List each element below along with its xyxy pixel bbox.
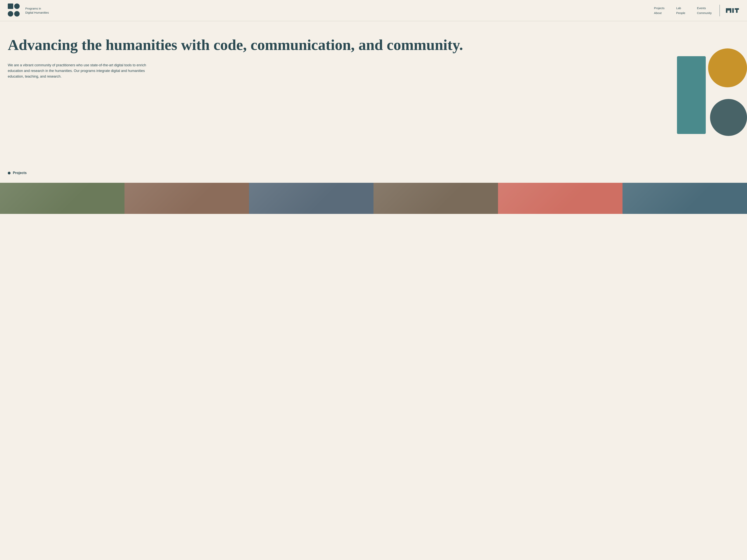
svg-rect-0 [726,8,727,12]
dark-circle-shape [710,99,747,136]
main-nav: Projects About Lab People Events Communi… [654,5,739,16]
thumbnail-6[interactable] [622,183,747,214]
thumbnail-2[interactable] [125,183,249,214]
svg-rect-2 [729,8,730,10]
hero-description: We are a vibrant community of practition… [8,62,156,79]
mit-logo-svg [726,6,739,16]
hero-content: Advancing the humanities with code, comm… [8,37,505,79]
logo-text: Programs in Digital Humanities [25,6,49,15]
nav-people[interactable]: People [676,11,685,15]
logo-shape-2 [14,3,20,9]
nav-col-1: Projects About [654,6,665,15]
svg-rect-4 [732,8,734,12]
gold-circle-shape [708,48,747,87]
hero-headline: Advancing the humanities with code, comm… [8,37,505,53]
svg-rect-1 [727,8,728,10]
nav-col-3: Events Community [697,6,712,15]
teal-rectangle-shape [677,56,706,134]
nav-projects[interactable]: Projects [654,6,665,10]
nav-events[interactable]: Events [697,6,712,10]
svg-rect-5 [735,8,739,10]
decorative-shapes [673,33,747,165]
thumbnail-1[interactable] [0,183,125,214]
projects-label-text: Projects [13,171,27,175]
nav-lab[interactable]: Lab [676,6,685,10]
logo-link[interactable]: Programs in Digital Humanities [8,3,49,18]
logo-shape-1 [8,3,13,9]
thumbnail-3[interactable] [249,183,374,214]
nav-about[interactable]: About [654,11,665,15]
svg-rect-3 [730,8,731,12]
thumbnail-4[interactable] [374,183,498,214]
nav-community[interactable]: Community [697,11,712,15]
thumbnail-5[interactable] [498,183,622,214]
logo-icon [8,3,22,18]
logo-shape-3 [8,11,13,17]
nav-col-2: Lab People [676,6,685,15]
projects-label: Projects [8,171,739,175]
hero-section: Advancing the humanities with code, comm… [0,21,747,165]
mit-logo [726,6,739,16]
nav-divider [720,5,720,16]
svg-rect-6 [736,10,738,13]
projects-section: Projects [0,165,747,183]
nav-columns: Projects About Lab People Events Communi… [654,6,712,15]
logo-shape-4 [14,11,20,17]
site-header: Programs in Digital Humanities Projects … [0,0,747,21]
thumbnails-row [0,183,747,214]
